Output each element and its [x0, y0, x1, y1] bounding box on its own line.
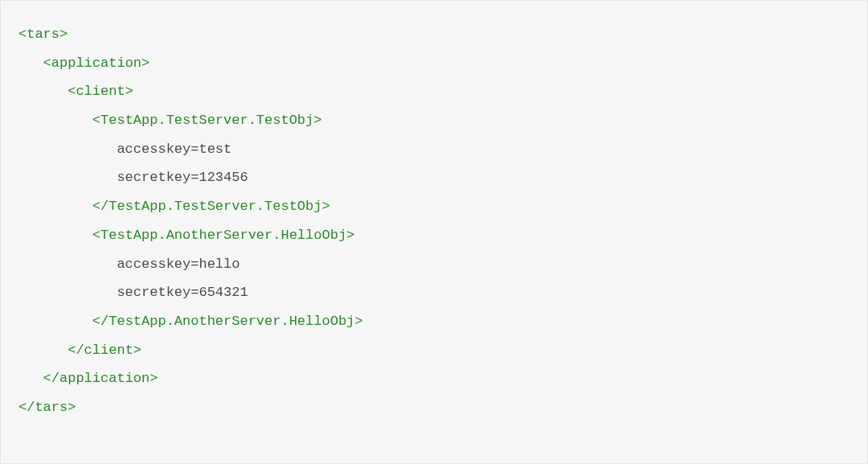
tag-open-tars: <tars>: [18, 27, 68, 42]
code-line: </TestApp.AnotherServer.HelloObj>: [18, 314, 362, 329]
code-block: <tars> <application> <client> <TestApp.T…: [0, 0, 868, 464]
code-line: <application>: [18, 55, 149, 71]
tag-close-client: </client>: [68, 343, 141, 358]
code-line: </client>: [18, 343, 141, 358]
config-line-secretkey-654321: secretkey=654321: [117, 285, 248, 300]
code-line: </tars>: [18, 400, 76, 415]
tag-open-testobj: <TestApp.TestServer.TestObj>: [92, 113, 322, 128]
tag-close-application: </application>: [43, 371, 158, 386]
code-line: accesskey=hello: [18, 257, 240, 272]
code-line: </application>: [18, 371, 158, 386]
code-line: accesskey=test: [18, 142, 231, 157]
code-line: secretkey=654321: [18, 285, 248, 300]
code-line: secretkey=123456: [18, 170, 248, 185]
tag-close-testobj: </TestApp.TestServer.TestObj>: [92, 199, 330, 214]
code-line: <tars>: [18, 27, 68, 42]
code-line: </TestApp.TestServer.TestObj>: [18, 199, 330, 214]
tag-open-application: <application>: [43, 55, 150, 71]
tag-close-tars: </tars>: [18, 400, 76, 415]
tag-close-helloobj: </TestApp.AnotherServer.HelloObj>: [92, 314, 363, 329]
config-line-accesskey-hello: accesskey=hello: [117, 257, 240, 272]
code-line: <TestApp.AnotherServer.HelloObj>: [18, 228, 354, 243]
code-line: <client>: [18, 84, 133, 99]
tag-open-client: <client>: [68, 84, 133, 99]
config-line-accesskey-test: accesskey=test: [117, 142, 231, 157]
tag-open-helloobj: <TestApp.AnotherServer.HelloObj>: [92, 228, 354, 243]
config-line-secretkey-123456: secretkey=123456: [117, 170, 248, 185]
code-line: <TestApp.TestServer.TestObj>: [18, 113, 321, 128]
